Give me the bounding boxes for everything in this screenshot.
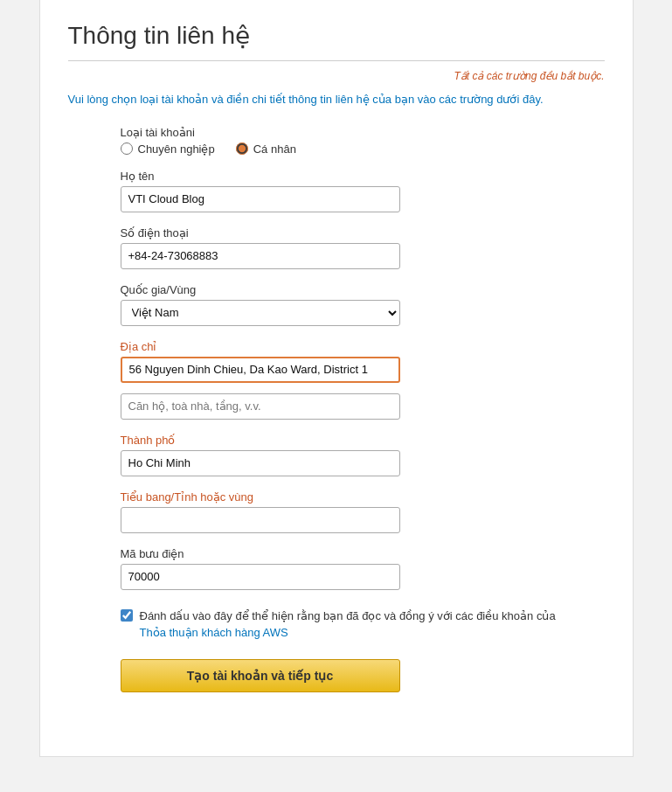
zip-label: Mã bưu điện [121,547,570,560]
city-label: Thành phố [121,434,570,447]
agreement-checkbox-row: Đánh dấu vào đây để thể hiện rằng bạn đã… [121,608,570,642]
required-note: Tất cả các trường đều bắt buộc. [68,70,605,82]
intro-text: Vui lòng chọn loại tài khoản và điền chi… [68,91,605,108]
country-label: Quốc gia/Vùng [121,283,570,296]
country-select[interactable]: Việt Nam United States Japan Korea Singa… [121,300,400,326]
radio-personal-input[interactable] [236,142,248,155]
state-label: Tiểu bang/Tỉnh hoặc vùng [121,490,570,504]
account-type-radio-group: Chuyên nghiệp Cá nhân [121,142,570,156]
phone-input[interactable] [121,243,400,269]
info-icon[interactable]: i [192,126,195,139]
full-name-input[interactable] [121,186,400,212]
divider [68,60,605,61]
radio-personal-label: Cá nhân [253,142,296,156]
phone-label: Số điện thoại [121,226,570,240]
full-name-label: Họ tên [121,170,570,183]
city-input[interactable] [121,450,400,476]
address-line1-input[interactable] [121,357,400,383]
city-field: Thành phố [121,434,570,476]
submit-button[interactable]: Tạo tài khoản và tiếp tục [121,659,400,692]
address-field: Địa chỉ [121,340,570,420]
account-type-label: Loại tài khoản [121,126,193,139]
aws-agreement-link[interactable]: Thỏa thuận khách hàng AWS [140,626,288,639]
agreement-text: Đánh dấu vào đây để thể hiện rằng bạn đã… [140,608,570,642]
address-label: Địa chỉ [121,340,570,353]
radio-professional[interactable]: Chuyên nghiệp [121,142,215,156]
phone-field: Số điện thoại [121,226,570,269]
radio-professional-input[interactable] [121,142,133,155]
state-field: Tiểu bang/Tỉnh hoặc vùng [121,490,570,533]
page-title: Thông tin liên hệ [68,21,605,50]
agreement-checkbox[interactable] [121,609,133,622]
zip-input[interactable] [121,564,400,590]
account-type-field: Loại tài khoản i Chuyên nghiệp Cá nhân [121,126,570,156]
radio-personal[interactable]: Cá nhân [236,142,296,156]
full-name-field: Họ tên [121,170,570,212]
address-line2-input[interactable] [121,393,400,420]
country-field: Quốc gia/Vùng Việt Nam United States Jap… [121,283,570,326]
state-input[interactable] [121,507,400,533]
zip-field: Mã bưu điện [121,547,570,590]
radio-professional-label: Chuyên nghiệp [138,142,215,156]
